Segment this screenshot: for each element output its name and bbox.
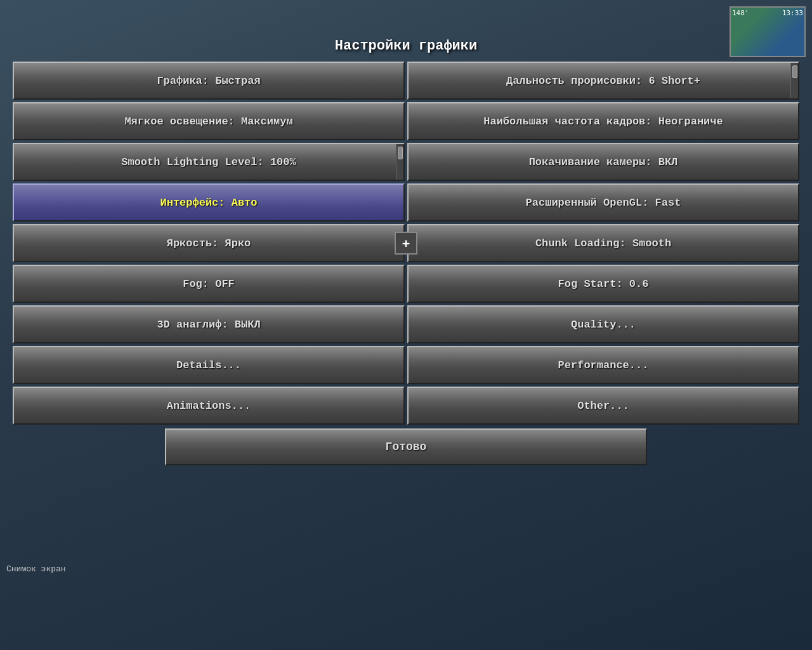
performance-button[interactable]: Performance... <box>407 346 799 384</box>
quality-button[interactable]: Quality... <box>407 305 799 343</box>
render-distance-button[interactable]: Дальность прорисовки: 6 Short+ <box>407 62 799 100</box>
opengl-button[interactable]: Расширенный OpenGL: Fast <box>407 183 799 222</box>
soft-lighting-button[interactable]: Мягкое освещение: Максимум <box>13 102 405 140</box>
fog-start-button[interactable]: Fog Start: 0.6 <box>407 265 799 303</box>
brightness-button[interactable]: Яркость: Ярко <box>13 224 405 262</box>
button-grid: Графика: Быстрая Мягкое освещение: Макси… <box>13 62 799 425</box>
smooth-lighting-button[interactable]: Smooth Lighting Level: 100% <box>13 143 405 181</box>
render-scrollbar[interactable] <box>790 63 798 98</box>
graphics-settings-dialog: Настройки графики Графика: Быстрая Мягко… <box>11 38 801 612</box>
done-row: Готово <box>13 428 799 465</box>
fog-button[interactable]: Fog: OFF <box>13 265 405 303</box>
dialog-content: Графика: Быстрая Мягкое освещение: Макси… <box>13 62 799 465</box>
render-scroll-thumb <box>792 65 797 78</box>
right-column: Дальность прорисовки: 6 Short+ Наибольша… <box>407 62 799 425</box>
plus-button[interactable]: + <box>395 232 417 255</box>
graphics-button[interactable]: Графика: Быстрая <box>13 62 405 100</box>
scrollbar[interactable] <box>396 144 403 180</box>
camera-sway-button[interactable]: Покачивание камеры: ВКЛ <box>407 143 799 181</box>
chunk-loading-button[interactable]: Chunk Loading: Smooth <box>407 224 799 262</box>
minimap-coords: 148' <box>732 9 749 17</box>
interface-button[interactable]: Интерфейс: Авто <box>13 183 405 222</box>
scroll-thumb <box>398 147 403 159</box>
anaglyph-button[interactable]: 3D анаглиф: ВЫКЛ <box>13 305 405 343</box>
other-button[interactable]: Other... <box>407 387 799 425</box>
left-column: Графика: Быстрая Мягкое освещение: Макси… <box>13 62 405 425</box>
max-fps-button[interactable]: Наибольшая частота кадров: Неограниче <box>407 102 799 140</box>
minimap-time: 13:33 <box>782 9 803 17</box>
dialog-title: Настройки графики <box>335 38 477 54</box>
details-button[interactable]: Details... <box>13 346 405 384</box>
done-button[interactable]: Готово <box>165 428 647 465</box>
animations-button[interactable]: Animations... <box>13 387 405 425</box>
